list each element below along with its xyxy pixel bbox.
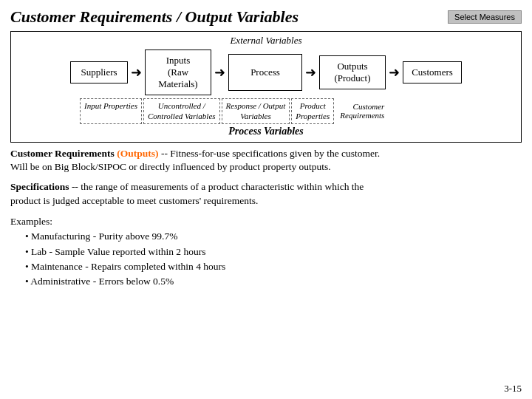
customers-label: Customers — [412, 66, 453, 78]
suppliers-box: Suppliers — [70, 61, 128, 83]
inputs-label: Inputs(RawMaterials) — [158, 55, 197, 89]
specifications-bold: Specifications — [10, 181, 69, 192]
process-box: Process — [228, 54, 302, 91]
customers-box: Customers — [403, 61, 462, 83]
dashed-uncontrolled: Uncontrolled /Controlled Variables — [143, 98, 220, 124]
diagram-container: External Variables Suppliers ➜ Inputs(Ra… — [10, 31, 522, 143]
process-label: Process — [250, 66, 280, 78]
bullet-2: • Lab - Sample Value reported within 2 h… — [10, 245, 522, 259]
body-para1: Customer Requirements (Outputs) -- Fitne… — [10, 147, 522, 175]
examples-section: Examples: • Manufacturing - Purity above… — [10, 214, 522, 289]
customer-requirements-label: Customer Requirements — [340, 98, 384, 124]
arrow-2: ➜ — [211, 64, 228, 81]
process-variables-label: Process Variables — [17, 126, 515, 137]
dashed-product: ProductProperties — [291, 98, 334, 124]
flow-row: Suppliers ➜ Inputs(RawMaterials) ➜ Proce… — [17, 50, 515, 95]
arrow-4: ➜ — [386, 64, 403, 81]
inputs-box: Inputs(RawMaterials) — [145, 50, 211, 95]
bullet-3: • Maintenance - Repairs completed within… — [10, 259, 522, 274]
dashed-input-properties: Input Properties — [80, 98, 142, 124]
outputs-orange: (Outputs) — [117, 148, 158, 159]
arrow-1: ➜ — [128, 64, 145, 81]
dashed-region: Input Properties Uncontrolled /Controlle… — [80, 98, 515, 124]
outputs-box: Outputs(Product) — [319, 55, 386, 89]
bullet-4: • Administrative - Errors below 0.5% — [10, 274, 522, 289]
customer-requirements-bold: Customer Requirements — [10, 148, 115, 159]
examples-label: Examples: — [10, 214, 522, 229]
select-measures-button[interactable]: Select Measures — [448, 10, 522, 24]
page-number: 3-15 — [504, 383, 522, 395]
header: Customer Requirements / Output Variables… — [10, 7, 522, 27]
arrow-3: ➜ — [302, 64, 319, 81]
external-variables-label: External Variables — [17, 35, 515, 47]
page: Customer Requirements / Output Variables… — [0, 0, 532, 399]
page-title: Customer Requirements / Output Variables — [10, 7, 299, 27]
outputs-label: Outputs(Product) — [334, 61, 370, 83]
dashed-response: Response / OutputVariables — [222, 98, 290, 124]
body-para2: Specifications -- the range of measureme… — [10, 180, 522, 208]
suppliers-label: Suppliers — [81, 66, 117, 78]
bullet-1: • Manufacturing - Purity above 99.7% — [10, 229, 522, 244]
